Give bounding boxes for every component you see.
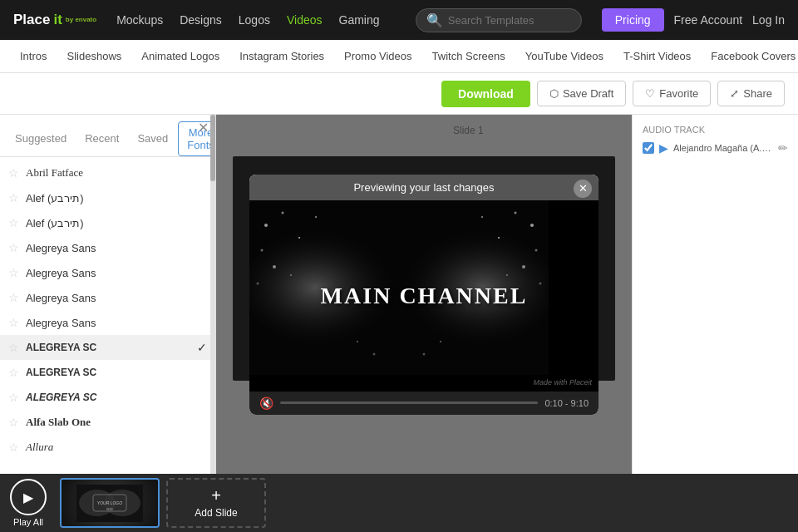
font-name: Alfa Slab One [26,416,207,429]
share-label: Share [743,87,772,100]
nav-links: Mockups Designs Logos Videos Gaming [116,13,396,27]
audio-track: ▶ Alejandro Magaña (A. M.) - Min... ✏ [643,141,788,155]
font-item-alef1[interactable]: ☆ Alef (תירבע) [0,185,215,210]
placeit-watermark: Made with Placeit [533,378,592,387]
slide-thumb-1[interactable]: YOUR LOGO HERE [60,478,160,528]
font-item-alegreya-sc3[interactable]: ☆ Alegreya SC [0,385,215,410]
preview-close-button[interactable]: ✕ [574,180,592,198]
font-name: Alegreya Sans [26,242,207,254]
scroll-thumb[interactable] [210,115,215,181]
add-slide-button[interactable]: + Add Slide [166,478,266,528]
star-icon[interactable]: ☆ [8,166,19,180]
font-tab-recent[interactable]: Recent [76,121,127,156]
subnav-twitch-screens[interactable]: Twitch Screens [422,40,515,72]
font-tab-saved[interactable]: Saved [129,121,176,156]
font-picker: ✕ Suggested Recent Saved More Fonts ☆ Ab… [0,115,215,474]
font-item-alegreya-sc1[interactable]: ☆ Alegreya SC ✓ [0,335,215,360]
font-picker-close[interactable]: ✕ [198,120,209,135]
subnav-youtube-videos[interactable]: YouTube Videos [515,40,613,72]
play-all-button[interactable]: ▶ [10,479,47,515]
pricing-button[interactable]: Pricing [602,8,664,32]
download-button[interactable]: Download [441,81,530,107]
nav-designs[interactable]: Designs [180,13,222,27]
scroll-indicator[interactable] [210,115,215,474]
font-tab-suggested[interactable]: Suggested [7,121,75,156]
subnav-tshirt-videos[interactable]: T-Shirt Videos [613,40,701,72]
star-icon[interactable]: ☆ [8,266,19,279]
font-item-alegreya2[interactable]: ☆ Alegreya Sans [0,260,215,285]
nav-mockups[interactable]: Mockups [116,13,163,27]
nav-gaming[interactable]: Gaming [339,13,380,27]
logo-envato: by envato [66,17,96,23]
share-icon: ⤢ [730,87,739,100]
font-item-alegreya4[interactable]: ☆ Alegreya Sans [0,310,215,335]
star-icon[interactable]: ☆ [8,216,19,229]
star-icon[interactable]: ☆ [8,416,19,429]
preview-timeline: 🔇 0:10 - 9:10 [249,392,598,415]
svg-point-10 [290,274,292,276]
font-name: Alegreya Sans [26,317,207,329]
mute-button[interactable]: 🔇 [259,397,273,410]
svg-point-7 [261,249,264,251]
font-name: Alegreya SC [26,342,190,353]
audio-checkbox[interactable] [643,142,654,154]
audio-play-button[interactable]: ▶ [659,141,668,155]
subnav-facebook-covers[interactable]: Facebook Covers [701,40,798,72]
font-item-abril[interactable]: ☆ Abril Fatface [0,160,215,185]
svg-point-17 [522,265,525,268]
audio-track-name: Alejandro Magaña (A. M.) - Min... [673,143,773,153]
font-name: Alef (תירבע) [26,217,207,229]
font-item-alegreya1[interactable]: ☆ Alegreya Sans [0,235,215,260]
svg-point-19 [539,282,542,284]
favorite-button[interactable]: ♡ Favorite [633,81,711,106]
svg-point-8 [315,216,317,218]
font-name: Alef (תירבע) [26,192,207,204]
subnav-animated-logos[interactable]: Animated Logos [131,40,229,72]
login-button[interactable]: Log In [752,13,785,27]
nav-logos[interactable]: Logos [239,13,270,27]
toolbar: Download ⬡ Save Draft ♡ Favorite ⤢ Share [0,73,798,115]
font-item-alef2[interactable]: ☆ Alef (תירבע) [0,210,215,235]
timeline-bar[interactable] [280,401,538,404]
left-panel: Text ✕ Suggested Recent Saved More Fonts… [0,115,216,474]
audio-edit-button[interactable]: ✏ [778,141,788,155]
star-icon[interactable]: ☆ [8,291,19,304]
nav-right: Pricing Free Account Log In [602,8,785,32]
subnav-intros[interactable]: Intros [10,40,57,72]
play-section: ▶ Play All [10,479,47,527]
right-panel: Audio Track ▶ Alejandro Magaña (A. M.) -… [632,115,798,474]
star-icon[interactable]: ☆ [8,191,19,204]
subnav-instagram-stories[interactable]: Instagram Stories [229,40,334,72]
font-item-alfa-slab[interactable]: ☆ Alfa Slab One [0,410,215,435]
font-name: Alegreya SC [26,367,207,378]
subnav-promo-videos[interactable]: Promo Videos [334,40,421,72]
svg-point-9 [273,265,276,268]
add-slide-plus-icon: + [211,487,221,504]
search-input[interactable] [448,14,581,27]
search-icon: 🔍 [426,12,443,28]
play-all-label: Play All [13,517,43,527]
svg-point-12 [530,224,534,227]
svg-point-16 [481,216,483,218]
subnav-slideshows[interactable]: Slideshows [57,40,132,72]
save-draft-button[interactable]: ⬡ Save Draft [537,81,626,106]
svg-point-6 [298,237,300,239]
logo-place: Place [13,12,50,28]
star-icon[interactable]: ☆ [8,316,19,329]
font-item-alegreya3[interactable]: ☆ Alegreya Sans [0,285,215,310]
share-button[interactable]: ⤢ Share [717,81,785,106]
svg-point-11 [257,282,259,284]
font-item-alegreya-sc2[interactable]: ☆ Alegreya SC [0,360,215,385]
star-icon[interactable]: ☆ [8,441,19,454]
logo[interactable]: Placeit by envato [13,12,96,28]
star-icon[interactable]: ☆ [8,341,19,354]
svg-point-4 [264,224,268,227]
font-item-allura[interactable]: ☆ Allura [0,435,215,460]
main-content: Text ✕ Suggested Recent Saved More Fonts… [0,115,798,474]
star-icon[interactable]: ☆ [8,366,19,379]
preview-video-container: MAIN CHANNEL Made with Placeit [249,200,598,392]
star-icon[interactable]: ☆ [8,241,19,254]
star-icon[interactable]: ☆ [8,391,19,404]
free-account-button[interactable]: Free Account [674,13,743,27]
nav-videos[interactable]: Videos [287,13,323,27]
